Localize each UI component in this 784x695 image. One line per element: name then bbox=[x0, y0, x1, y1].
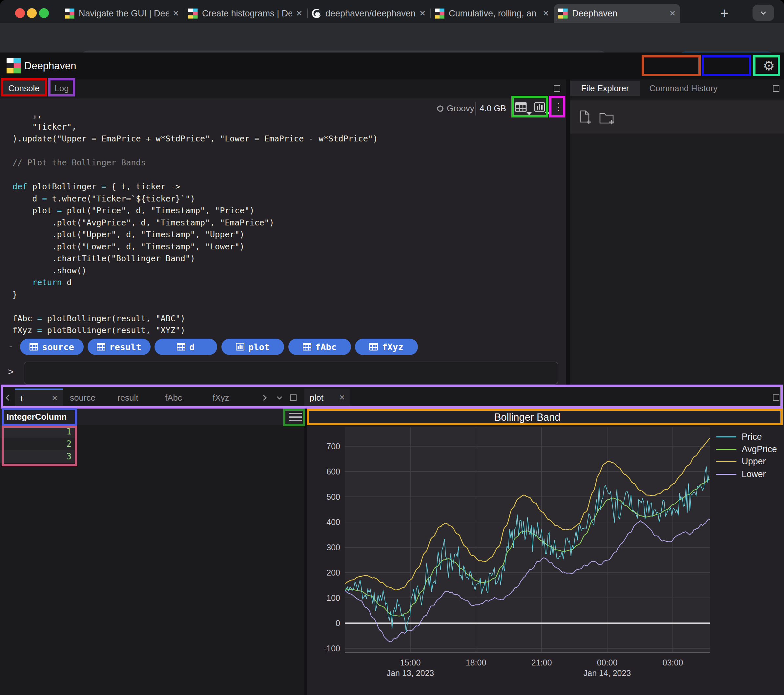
console-input[interactable] bbox=[24, 362, 558, 385]
file-explorer-panel bbox=[570, 99, 784, 385]
panel-divider[interactable] bbox=[566, 79, 570, 385]
app-title: Deephaven bbox=[24, 53, 76, 79]
tab-console[interactable]: Console bbox=[3, 81, 44, 96]
tab-close-icon[interactable]: ✕ bbox=[173, 9, 179, 18]
browser-tab-2[interactable]: deephaven/deephaven✕ bbox=[307, 4, 430, 23]
object-button-result[interactable]: result bbox=[87, 338, 151, 355]
svg-text:-100: -100 bbox=[324, 644, 340, 653]
zoom-window-button[interactable] bbox=[39, 8, 49, 18]
minimize-window-button[interactable] bbox=[27, 8, 37, 18]
new-file-icon[interactable] bbox=[578, 110, 591, 125]
object-button-row: sourceresultdplotfAbcfXyz bbox=[0, 338, 566, 355]
tabs-scroll-left-icon[interactable] bbox=[3, 393, 13, 403]
object-button-d[interactable]: d bbox=[155, 338, 217, 355]
code-line: plot = plot("Price", d, "Timestamp", "Pr… bbox=[12, 205, 378, 217]
object-button-label: fAbc bbox=[315, 342, 336, 352]
svg-text:700: 700 bbox=[326, 442, 340, 451]
widget-tab-t[interactable]: t✕ bbox=[15, 388, 63, 407]
code-line: ], bbox=[12, 116, 378, 121]
tab-close-icon[interactable]: ✕ bbox=[339, 393, 345, 402]
cell-value: 2 bbox=[66, 438, 71, 450]
browser-tabstrip: Navigate the GUI | Dee✕Create histograms… bbox=[0, 0, 784, 23]
table-row[interactable]: 2 bbox=[0, 438, 76, 450]
tab-command-history[interactable]: Command History bbox=[640, 81, 726, 96]
legend-item-AvgPrice[interactable]: AvgPrice bbox=[716, 444, 777, 455]
deephaven-favicon bbox=[435, 8, 445, 18]
bollinger-chart[interactable]: -100010020030040050060070015:0018:0021:0… bbox=[307, 408, 784, 695]
console-overflow-kebab-icon[interactable]: ⋮ bbox=[554, 101, 562, 116]
cell-value: 1 bbox=[66, 425, 71, 438]
open-table-dropdown-icon[interactable] bbox=[515, 102, 533, 116]
code-line: .show() bbox=[12, 265, 378, 277]
console-maximize-icon[interactable] bbox=[554, 85, 560, 92]
tab-log[interactable]: Log bbox=[49, 81, 74, 96]
legend-line bbox=[716, 474, 736, 475]
svg-text:100: 100 bbox=[326, 593, 340, 603]
chart-icon bbox=[236, 343, 244, 351]
code-line: } bbox=[12, 289, 378, 301]
tab-close-icon[interactable]: ✕ bbox=[52, 394, 58, 403]
legend-item-Price[interactable]: Price bbox=[716, 431, 762, 442]
browser-tab-label: deephaven/deephaven bbox=[325, 8, 415, 19]
object-button-label: plot bbox=[248, 342, 270, 352]
console-history[interactable]: ], "Ticker",).update("Upper = EmaPrice +… bbox=[0, 116, 566, 338]
widget-tab-label: source bbox=[70, 393, 105, 403]
toolbar-divider bbox=[475, 102, 476, 116]
svg-text:200: 200 bbox=[326, 568, 340, 577]
chart-maximize-icon[interactable] bbox=[773, 395, 779, 401]
widget-tab-source[interactable]: source bbox=[64, 388, 110, 407]
app-header: Deephaven Controls Panels ⚙ bbox=[0, 53, 784, 79]
cell-value: 3 bbox=[66, 450, 71, 463]
grid-maximize-icon[interactable] bbox=[290, 395, 296, 401]
panel-divider[interactable] bbox=[305, 408, 307, 695]
table-panel: IntegerColumn 123 bbox=[0, 408, 305, 695]
table-row[interactable]: 3 bbox=[0, 450, 76, 463]
new-folder-icon[interactable] bbox=[600, 112, 614, 125]
code-line: fAbc = plotBollinger(result, "ABC") bbox=[12, 313, 378, 325]
code-line: def plotBollinger = { t, ticker -> bbox=[12, 181, 378, 193]
deephaven-favicon bbox=[65, 8, 75, 18]
tab-search-button[interactable] bbox=[753, 5, 774, 21]
svg-text:18:00: 18:00 bbox=[466, 658, 486, 667]
memory-usage-label: 4.0 GB bbox=[479, 99, 506, 118]
object-button-label: result bbox=[109, 342, 142, 352]
tab-close-icon[interactable]: ✕ bbox=[669, 9, 676, 18]
table-row[interactable]: 1 bbox=[0, 425, 76, 438]
tabs-overflow-chevron-icon[interactable] bbox=[274, 393, 285, 403]
session-status-icon bbox=[436, 105, 444, 112]
code-line bbox=[12, 145, 378, 157]
legend-item-Upper[interactable]: Upper bbox=[716, 456, 766, 467]
column-separator bbox=[76, 408, 77, 463]
widget-tab-result[interactable]: result bbox=[112, 388, 158, 407]
object-button-fAbc[interactable]: fAbc bbox=[288, 338, 351, 355]
browser-tab-1[interactable]: Create histograms | De✕ bbox=[184, 4, 307, 23]
open-chart-dropdown-icon[interactable] bbox=[534, 102, 551, 116]
new-tab-button[interactable]: + bbox=[715, 4, 733, 22]
tabs-scroll-right-icon[interactable] bbox=[259, 393, 270, 403]
tab-close-icon[interactable]: ✕ bbox=[543, 9, 549, 18]
tab-file-explorer[interactable]: File Explorer bbox=[570, 81, 640, 96]
widget-tab-fAbc[interactable]: fAbc bbox=[160, 388, 206, 407]
object-button-plot[interactable]: plot bbox=[221, 338, 284, 355]
chevron-down-icon bbox=[759, 8, 768, 17]
object-button-fXyz[interactable]: fXyz bbox=[355, 338, 418, 355]
close-window-button[interactable] bbox=[15, 8, 25, 18]
object-button-source[interactable]: source bbox=[20, 338, 84, 355]
browser-tab-0[interactable]: Navigate the GUI | Dee✕ bbox=[60, 4, 184, 23]
svg-text:300: 300 bbox=[326, 543, 340, 552]
explorer-maximize-icon[interactable] bbox=[773, 85, 779, 92]
legend-item-Lower[interactable]: Lower bbox=[716, 469, 766, 480]
column-header[interactable]: IntegerColumn bbox=[7, 408, 67, 425]
browser-tab-3[interactable]: Cumulative, rolling, an✕ bbox=[430, 4, 554, 23]
widget-tab-plot[interactable]: plot✕ bbox=[305, 388, 350, 407]
tab-close-icon[interactable]: ✕ bbox=[296, 9, 303, 18]
browser-tab-4[interactable]: Deephaven✕ bbox=[554, 4, 680, 23]
svg-text:400: 400 bbox=[326, 517, 340, 527]
svg-text:Jan 14, 2023: Jan 14, 2023 bbox=[583, 669, 631, 678]
tab-close-icon[interactable]: ✕ bbox=[419, 9, 426, 18]
object-button-label: source bbox=[42, 342, 74, 352]
widget-tab-fXyz[interactable]: fXyz bbox=[208, 388, 253, 407]
table-menu-hamburger-icon[interactable] bbox=[289, 413, 302, 421]
code-line: .plot("Lower", d, "Timestamp", "Lower") bbox=[12, 241, 378, 253]
settings-gear-icon[interactable]: ⚙ bbox=[760, 57, 777, 74]
